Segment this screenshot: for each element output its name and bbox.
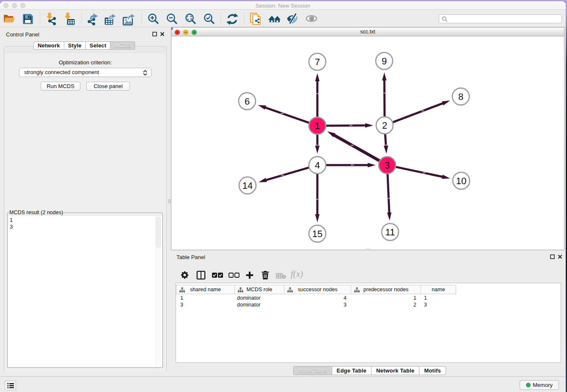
svg-text:6: 6 — [245, 96, 250, 107]
svg-text:7: 7 — [315, 57, 320, 67]
svg-text:1: 1 — [315, 121, 320, 131]
svg-text:14: 14 — [242, 180, 253, 191]
svg-text:2: 2 — [382, 120, 387, 131]
svg-text:9: 9 — [382, 56, 387, 66]
svg-text:15: 15 — [312, 229, 322, 239]
svg-text:10: 10 — [456, 176, 466, 186]
svg-text:3: 3 — [385, 160, 390, 171]
svg-text:8: 8 — [458, 91, 463, 102]
svg-text:4: 4 — [315, 160, 320, 171]
svg-text:11: 11 — [385, 227, 395, 237]
